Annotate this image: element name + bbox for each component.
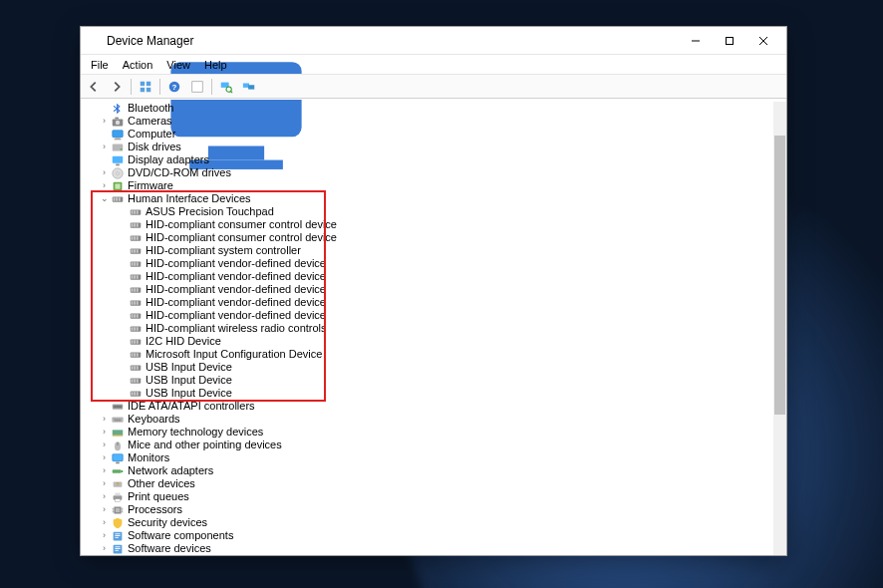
tree-row[interactable]: ›Software devices: [83, 542, 772, 555]
tree-row[interactable]: ›Network adapters: [83, 464, 772, 477]
tree-row-label: Keyboards: [128, 413, 180, 426]
tree-row[interactable]: I2C HID Device: [83, 335, 772, 348]
menu-view[interactable]: View: [160, 58, 196, 72]
tree-row-label: HID-compliant wireless radio controls: [146, 322, 327, 335]
expand-caret[interactable]: ›: [99, 477, 110, 490]
tree-row-label: Other devices: [128, 477, 195, 490]
content-pane: Bluetooth›CamerasComputer›Disk drivesDis…: [81, 99, 786, 555]
menu-help[interactable]: Help: [198, 58, 233, 72]
tree-row[interactable]: HID-compliant system controller: [83, 244, 772, 257]
close-button[interactable]: [746, 29, 780, 53]
security-icon: [111, 516, 125, 530]
expand-caret[interactable]: ›: [99, 451, 110, 464]
hid-icon: [129, 283, 143, 297]
sound-icon: [111, 555, 125, 556]
hid-icon: [129, 231, 143, 245]
tree-row[interactable]: USB Input Device: [83, 361, 772, 374]
expand-caret[interactable]: ›: [99, 503, 110, 516]
hid-icon: [129, 244, 143, 258]
tree-row[interactable]: ⌄Human Interface Devices: [83, 192, 772, 205]
tree-row[interactable]: HID-compliant vendor-defined device: [83, 257, 772, 270]
toolbar-divider: [131, 79, 132, 95]
scrollbar-track[interactable]: [773, 102, 786, 555]
tree-row[interactable]: HID-compliant vendor-defined device: [83, 270, 772, 283]
tree-row[interactable]: ASUS Precision Touchpad: [83, 205, 772, 218]
titlebar[interactable]: Device Manager: [81, 27, 786, 55]
menu-action[interactable]: Action: [117, 58, 159, 72]
tree-row-label: USB Input Device: [146, 374, 232, 387]
hid-icon: [129, 361, 143, 375]
properties-button[interactable]: [186, 77, 208, 97]
svg-rect-68: [727, 37, 734, 44]
tree-row[interactable]: ›Cameras: [83, 115, 772, 128]
tree-row-label: HID-compliant consumer control device: [146, 231, 337, 244]
show-hide-console-button[interactable]: [135, 77, 156, 97]
scan-hardware-button[interactable]: [215, 77, 237, 97]
tree-row[interactable]: HID-compliant wireless radio controls: [83, 322, 772, 335]
tree-row[interactable]: ›Other devices: [83, 477, 772, 490]
scrollbar-thumb[interactable]: [774, 136, 785, 415]
tree-row[interactable]: ›Software components: [83, 529, 772, 542]
hid-icon: [129, 348, 143, 362]
device-manager-window: Device Manager File Action View Help Blu…: [80, 26, 787, 556]
expand-caret[interactable]: ⌄: [99, 192, 110, 205]
tree-row-label: Display adapters: [128, 153, 209, 166]
tree-row-label: IDE ATA/ATAPI controllers: [128, 400, 255, 413]
tree-row-label: Computer: [128, 128, 175, 141]
disk-icon: [111, 141, 125, 154]
expand-caret[interactable]: ›: [99, 426, 110, 439]
tree-row-label: Security devices: [128, 516, 207, 529]
maximize-button[interactable]: [713, 29, 746, 53]
forward-button[interactable]: [106, 77, 128, 97]
tree-row[interactable]: Display adapters: [83, 153, 772, 166]
expand-caret[interactable]: ›: [99, 439, 110, 451]
tree-row-label: HID-compliant system controller: [146, 244, 301, 257]
help-button[interactable]: [163, 77, 185, 97]
hid-icon: [111, 192, 125, 206]
tree-row[interactable]: ›Monitors: [83, 451, 772, 464]
tree-row[interactable]: IDE ATA/ATAPI controllers: [83, 400, 772, 413]
expand-caret[interactable]: ›: [99, 516, 110, 529]
expand-caret[interactable]: ›: [99, 413, 110, 426]
tree-row[interactable]: HID-compliant consumer control device: [83, 231, 772, 244]
expand-caret[interactable]: ›: [99, 115, 110, 128]
tree-row[interactable]: USB Input Device: [83, 374, 772, 387]
tree-row-label: Firmware: [128, 179, 173, 192]
tree-row[interactable]: ›Firmware: [83, 179, 772, 192]
tree-row[interactable]: ›Memory technology devices: [83, 426, 772, 439]
view-devices-button[interactable]: [238, 77, 260, 97]
expand-caret[interactable]: ›: [99, 166, 110, 179]
software-icon: [111, 542, 125, 556]
tree-row[interactable]: Microsoft Input Configuration Device: [83, 348, 772, 361]
tree-row[interactable]: ›DVD/CD-ROM drives: [83, 166, 772, 179]
tree-row-label: Disk drives: [128, 141, 181, 153]
tree-row[interactable]: ›Mice and other pointing devices: [83, 439, 772, 451]
expand-caret[interactable]: ›: [99, 464, 110, 477]
tree-row[interactable]: HID-compliant consumer control device: [83, 218, 772, 231]
tree-row[interactable]: ›Security devices: [83, 516, 772, 529]
hid-icon: [129, 257, 143, 271]
tree-row[interactable]: ›Disk drives: [83, 141, 772, 153]
device-tree[interactable]: Bluetooth›CamerasComputer›Disk drivesDis…: [83, 102, 772, 555]
tree-row-label: Bluetooth: [128, 102, 173, 115]
tree-row-label: Cameras: [128, 115, 172, 128]
tree-row[interactable]: USB Input Device: [83, 387, 772, 400]
tree-row[interactable]: HID-compliant vendor-defined device: [83, 296, 772, 309]
expand-caret[interactable]: ›: [99, 542, 110, 555]
tree-row[interactable]: ›Print queues: [83, 490, 772, 503]
tree-row-label: USB Input Device: [146, 361, 232, 374]
expand-caret[interactable]: ›: [99, 490, 110, 503]
expand-caret[interactable]: ›: [99, 141, 110, 153]
minimize-button[interactable]: [679, 29, 713, 53]
tree-row[interactable]: HID-compliant vendor-defined device: [83, 309, 772, 322]
tree-row[interactable]: HID-compliant vendor-defined device: [83, 283, 772, 296]
expand-caret[interactable]: ›: [99, 529, 110, 542]
hid-icon: [129, 296, 143, 310]
tree-row[interactable]: ›Keyboards: [83, 413, 772, 426]
tree-row[interactable]: Computer: [83, 128, 772, 141]
back-button[interactable]: [83, 77, 105, 97]
menu-file[interactable]: File: [85, 58, 115, 72]
tree-row[interactable]: Bluetooth: [83, 102, 772, 115]
tree-row[interactable]: ›Processors: [83, 503, 772, 516]
expand-caret[interactable]: ›: [99, 179, 110, 192]
